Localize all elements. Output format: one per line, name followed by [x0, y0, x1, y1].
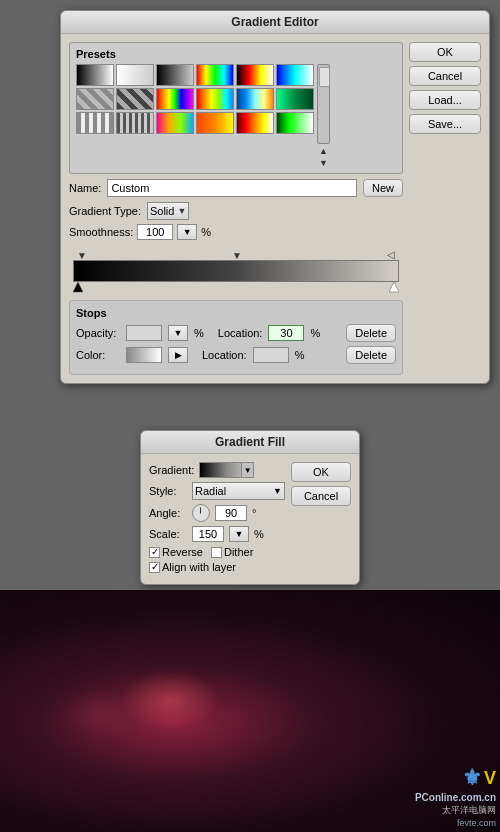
align-text: Align with layer: [162, 561, 236, 573]
gradient-bar[interactable]: [73, 260, 399, 282]
preset-7[interactable]: [76, 88, 114, 110]
name-input[interactable]: [107, 179, 357, 197]
watermark-line2: 太平洋电脑网: [442, 804, 496, 817]
bottom-stop-left[interactable]: [73, 282, 83, 296]
angle-input[interactable]: [215, 505, 247, 521]
fill-style-value: Radial: [195, 485, 226, 497]
preset-3[interactable]: [156, 64, 194, 86]
reverse-label[interactable]: Reverse: [149, 546, 203, 558]
dither-checkbox[interactable]: [211, 547, 222, 558]
fill-scale-label: Scale:: [149, 528, 187, 540]
presets-scroll-down[interactable]: ▼: [317, 158, 330, 168]
preset-8[interactable]: [116, 88, 154, 110]
preset-15[interactable]: [156, 112, 194, 134]
gradient-type-row: Gradient Type: Solid ▼: [69, 202, 403, 220]
gradient-fill-dialog: Gradient Fill Gradient: ▼ Style: Radial …: [140, 430, 360, 585]
watermark-line3: fevte.com: [457, 818, 496, 828]
watermark-logo: ⚜ V: [462, 765, 496, 791]
opacity-select[interactable]: ▼: [168, 325, 188, 341]
dialog-title: Gradient Editor: [61, 11, 489, 34]
stops-opacity-row: Opacity: ▼ % Location: % Delete: [76, 324, 396, 342]
location1-unit: %: [310, 327, 320, 339]
preset-6[interactable]: [276, 64, 314, 86]
load-button[interactable]: Load...: [409, 90, 481, 110]
gradient-type-label: Gradient Type:: [69, 205, 141, 217]
bottom-stop-right[interactable]: [389, 282, 399, 296]
gradient-editor-dialog: Gradient Editor Presets: [60, 10, 490, 384]
ok-button[interactable]: OK: [409, 42, 481, 62]
preset-10[interactable]: [196, 88, 234, 110]
dither-label[interactable]: Dither: [211, 546, 253, 558]
new-button[interactable]: New: [363, 179, 403, 197]
delete-button-2[interactable]: Delete: [346, 346, 396, 364]
fill-style-row: Style: Radial ▼: [149, 482, 285, 500]
gradient-type-value: Solid: [150, 205, 174, 217]
align-label[interactable]: Align with layer: [149, 561, 236, 573]
wings-icon: ⚜: [462, 765, 482, 791]
color-swatch[interactable]: [126, 347, 162, 363]
smoothness-input[interactable]: [137, 224, 173, 240]
delete-button-1[interactable]: Delete: [346, 324, 396, 342]
preset-5[interactable]: [236, 64, 274, 86]
reverse-checkbox[interactable]: [149, 547, 160, 558]
presets-section: Presets: [69, 42, 403, 174]
gradient-type-select[interactable]: Solid ▼: [147, 202, 189, 220]
stops-title: Stops: [76, 307, 396, 319]
cancel-button[interactable]: Cancel: [409, 66, 481, 86]
angle-unit: °: [252, 507, 256, 519]
fill-angle-row: Angle: °: [149, 504, 285, 522]
fill-gradient-thumb[interactable]: ▼: [199, 462, 254, 478]
fill-style-arrow: ▼: [273, 486, 282, 496]
bottom-stops: [69, 282, 403, 296]
location1-input[interactable]: [268, 325, 304, 341]
v-icon: V: [484, 768, 496, 789]
preset-9[interactable]: [156, 88, 194, 110]
color-select[interactable]: ▶: [168, 347, 188, 363]
watermark-line1: PConline.com.cn: [415, 792, 496, 803]
stops-color-row: Color: ▶ Location: % Delete: [76, 346, 396, 364]
preset-18[interactable]: [276, 112, 314, 134]
preset-13[interactable]: [76, 112, 114, 134]
fill-style-select[interactable]: Radial ▼: [192, 482, 285, 500]
presets-scroll-up[interactable]: ▲: [317, 146, 330, 156]
top-stop-right[interactable]: ◁: [387, 249, 395, 260]
svg-marker-0: [73, 282, 83, 292]
fill-style-label: Style:: [149, 485, 187, 497]
align-checkbox[interactable]: [149, 562, 160, 573]
fill-dialog-title: Gradient Fill: [141, 431, 359, 454]
preset-4[interactable]: [196, 64, 234, 86]
top-stop-mid[interactable]: ▼: [232, 250, 242, 260]
presets-label: Presets: [76, 48, 396, 60]
top-stop-left[interactable]: ▼: [77, 250, 87, 260]
preset-17[interactable]: [236, 112, 274, 134]
presets-grid: [76, 64, 314, 134]
location2-input-disabled: [253, 347, 289, 363]
location2-label: Location:: [202, 349, 247, 361]
gradient-thumb-arrow[interactable]: ▼: [241, 463, 253, 477]
preset-11[interactable]: [236, 88, 274, 110]
location2-unit: %: [295, 349, 305, 361]
watermark: ⚜ V PConline.com.cn 太平洋电脑网 fevte.com: [415, 765, 496, 828]
scale-input[interactable]: [192, 526, 224, 542]
fill-angle-label: Angle:: [149, 507, 187, 519]
angle-dial[interactable]: [192, 504, 210, 522]
preset-12[interactable]: [276, 88, 314, 110]
scale-select[interactable]: ▼: [229, 526, 249, 542]
preset-2[interactable]: [116, 64, 154, 86]
opacity-label: Opacity:: [76, 327, 120, 339]
fill-checkbox-row2: Align with layer: [149, 561, 285, 573]
smoothness-row: Smoothness: ▼ %: [69, 224, 403, 240]
preset-14[interactable]: [116, 112, 154, 134]
fill-ok-button[interactable]: OK: [291, 462, 351, 482]
preset-1[interactable]: [76, 64, 114, 86]
smoothness-unit: %: [201, 226, 211, 238]
preset-16[interactable]: [196, 112, 234, 134]
top-stops: ▼ ▼ ◁: [69, 246, 403, 260]
smoothness-select[interactable]: ▼: [177, 224, 197, 240]
name-row: Name: New: [69, 179, 403, 197]
location1-label: Location:: [218, 327, 263, 339]
fill-cancel-button[interactable]: Cancel: [291, 486, 351, 506]
presets-scrollbar[interactable]: [317, 64, 330, 144]
gradient-preview-area: ▼ ▼ ◁: [69, 246, 403, 296]
save-button[interactable]: Save...: [409, 114, 481, 134]
